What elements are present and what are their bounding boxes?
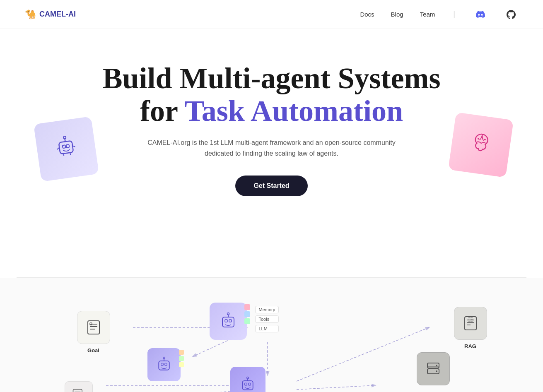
diagram-node-bottom-left (65, 381, 93, 392)
diagram-node-agent2 (147, 348, 181, 381)
memory-label: Memory (255, 306, 279, 313)
svg-rect-36 (249, 383, 251, 385)
agent-labels: Memory Tools LLM (255, 306, 279, 332)
svg-point-28 (227, 313, 229, 315)
svg-rect-0 (59, 141, 74, 154)
nav-docs[interactable]: Docs (360, 11, 374, 18)
brain-float-icon (466, 128, 495, 161)
hero-section: Build Multi-agent Systems for Task Autom… (0, 29, 543, 277)
nav-blog[interactable]: Blog (391, 11, 403, 18)
discord-icon[interactable] (473, 7, 487, 22)
nav-separator: | (453, 10, 455, 18)
svg-point-4 (63, 136, 66, 139)
svg-line-7 (63, 154, 64, 156)
svg-text:1010: 1010 (468, 320, 473, 323)
svg-line-14 (297, 385, 375, 390)
svg-line-8 (70, 153, 70, 155)
svg-rect-2 (66, 144, 70, 148)
diagram-section: Goal (0, 278, 543, 392)
svg-point-49 (436, 365, 437, 366)
nav-links: Docs Blog Team | (360, 7, 518, 22)
svg-rect-35 (245, 383, 247, 385)
svg-rect-31 (164, 363, 167, 365)
robot-float-icon (52, 132, 80, 166)
hero-title: Build Multi-agent Systems for Task Autom… (85, 62, 458, 127)
tools-label: Tools (255, 315, 279, 323)
float-card-robot (34, 116, 99, 182)
diagram-node-storage (417, 352, 450, 385)
diagram-node-rag: 1010 0110 1010 RAG (454, 307, 487, 349)
rag-label: RAG (464, 343, 476, 349)
github-icon[interactable] (504, 7, 518, 22)
svg-point-38 (247, 377, 249, 379)
navbar: 🐪 CAMEL-AI Docs Blog Team | (0, 0, 543, 29)
nav-team[interactable]: Team (420, 11, 435, 18)
svg-rect-52 (73, 390, 82, 392)
svg-rect-26 (229, 320, 232, 322)
diagram-node-agent-center: Memory Tools LLM (210, 303, 247, 340)
float-card-brain (448, 112, 514, 178)
svg-point-50 (436, 370, 437, 372)
svg-point-9 (478, 138, 480, 140)
diagram-node-goal: Goal (77, 311, 110, 354)
logo-icon: 🐪 (25, 9, 36, 20)
goal-label: Goal (87, 347, 99, 354)
svg-line-15 (297, 327, 429, 381)
svg-rect-1 (63, 145, 66, 148)
svg-point-33 (163, 357, 165, 359)
diagram-container: Goal (23, 303, 520, 392)
diagram-node-multi: Multi-agentSystem (230, 367, 265, 392)
svg-rect-30 (161, 363, 163, 365)
logo[interactable]: 🐪 CAMEL-AI (25, 9, 76, 20)
hero-subtitle: CAMEL-AI.org is the 1st LLM multi-agent … (147, 137, 396, 159)
svg-point-10 (484, 139, 486, 141)
svg-rect-25 (225, 320, 227, 322)
svg-line-18 (127, 390, 247, 392)
get-started-button[interactable]: Get Started (235, 176, 307, 196)
llm-label: LLM (255, 325, 279, 332)
logo-text: CAMEL-AI (39, 10, 76, 19)
svg-rect-19 (88, 321, 99, 334)
